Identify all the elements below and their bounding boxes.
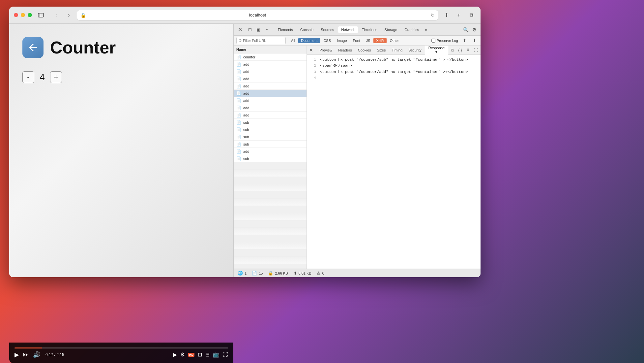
- request-list-item[interactable]: 📄add: [234, 61, 307, 68]
- video-pip-button[interactable]: ⊡: [198, 351, 202, 358]
- request-name: add: [243, 70, 304, 74]
- request-list-item[interactable]: 📄sub: [234, 141, 307, 148]
- type-tab-document[interactable]: Document: [298, 38, 320, 43]
- resp-copy-button[interactable]: ⧉: [449, 47, 455, 53]
- file-icon: 📄: [236, 142, 241, 147]
- sidebar-toggle-button[interactable]: [38, 12, 48, 19]
- tab-overview-button[interactable]: ⧉: [467, 11, 476, 20]
- empty-row: [234, 206, 307, 213]
- type-tab-js[interactable]: JS: [364, 38, 373, 43]
- status-errors: ⚠ 0: [317, 271, 324, 276]
- tab-storage[interactable]: Storage: [381, 26, 401, 33]
- skip-forward-button[interactable]: ⏭: [23, 351, 29, 358]
- request-name: add: [243, 149, 304, 153]
- resp-tab-cookies[interactable]: Cookies: [355, 47, 374, 53]
- devtools-search-button[interactable]: 🔍: [462, 26, 469, 33]
- filter-icon: ⊙: [239, 38, 242, 43]
- request-list-item[interactable]: 📄add: [234, 75, 307, 82]
- shield-icon: 🔒: [80, 13, 86, 18]
- play-button[interactable]: ▶: [15, 351, 19, 358]
- type-tab-all[interactable]: All: [288, 38, 298, 43]
- request-list-item[interactable]: 📄counter: [234, 53, 307, 61]
- response-panel: ✕ Preview Headers Cookies Sizes Timing S…: [307, 46, 481, 269]
- request-list-item[interactable]: 📄sub: [234, 126, 307, 133]
- back-button[interactable]: ‹: [52, 11, 61, 20]
- devtools-panel: ✕ ⊡ ▣ ⌖ Elements Console Sources Network…: [233, 24, 481, 277]
- resp-tab-sizes[interactable]: Sizes: [374, 47, 389, 53]
- video-miniplayer-button[interactable]: ⊟: [205, 351, 210, 358]
- preserve-log-checkbox[interactable]: [431, 39, 435, 43]
- devtools-close-button[interactable]: ✕: [236, 26, 244, 33]
- share-button[interactable]: ⬆: [442, 11, 451, 20]
- request-list-item[interactable]: 📄add: [234, 68, 307, 75]
- tab-elements[interactable]: Elements: [275, 26, 296, 33]
- code-viewer: 1<button hx-post="/counter/sub" hx-targe…: [307, 55, 481, 269]
- tab-network[interactable]: Network: [338, 26, 358, 33]
- response-tabs: ✕ Preview Headers Cookies Sizes Timing S…: [307, 46, 481, 55]
- increment-button[interactable]: +: [50, 71, 62, 83]
- video-fullscreen-button[interactable]: ⛶: [223, 352, 228, 358]
- request-list-item[interactable]: 📄sub: [234, 119, 307, 126]
- reload-icon[interactable]: ↻: [431, 13, 435, 18]
- request-list-item[interactable]: 📄add: [234, 112, 307, 119]
- request-list-item[interactable]: 📄sub: [234, 155, 307, 162]
- type-tab-image[interactable]: Image: [334, 38, 350, 43]
- request-name: sub: [243, 157, 304, 161]
- request-list-item[interactable]: 📄add: [234, 104, 307, 112]
- forward-button[interactable]: ›: [64, 11, 73, 20]
- request-list-item[interactable]: 📄add: [234, 90, 307, 97]
- resp-tab-timing[interactable]: Timing: [389, 47, 405, 53]
- request-list-header: Name: [234, 46, 307, 53]
- resp-tab-security[interactable]: Security: [406, 47, 424, 53]
- devtools-settings-button[interactable]: ⚙: [471, 26, 478, 33]
- video-progress[interactable]: [15, 347, 228, 348]
- request-name: add: [243, 99, 304, 103]
- upload-icon: ⬆: [293, 271, 297, 276]
- files-count: 15: [259, 271, 263, 275]
- new-tab-button[interactable]: +: [454, 11, 463, 20]
- type-tab-font[interactable]: Font: [350, 38, 363, 43]
- video-speed-button[interactable]: ⚙: [180, 351, 185, 358]
- export-button[interactable]: ⬇: [471, 37, 478, 44]
- tab-graphics[interactable]: Graphics: [401, 26, 422, 33]
- size-value: 2.66 KB: [275, 271, 288, 275]
- close-traffic-light[interactable]: [14, 13, 18, 17]
- import-button[interactable]: ⬆: [461, 37, 468, 44]
- devtools-dock-icon[interactable]: ⊡: [246, 26, 253, 33]
- maximize-traffic-light[interactable]: [28, 13, 32, 17]
- response-close-button[interactable]: ✕: [308, 47, 314, 53]
- minimize-traffic-light[interactable]: [21, 13, 25, 17]
- devtools-inspect-icon[interactable]: ⌖: [263, 26, 271, 33]
- preserve-log-label: Preserve Log: [437, 39, 458, 43]
- address-bar[interactable]: 🔒 localhost ↻: [77, 10, 438, 20]
- video-subtitles-button[interactable]: ▶: [173, 351, 177, 358]
- resp-format-button[interactable]: { }: [457, 47, 463, 53]
- browser-window: ‹ › 🔒 localhost ↻ ⬆ + ⧉ Count: [9, 7, 481, 277]
- type-tab-other[interactable]: Other: [387, 38, 402, 43]
- line-code: <span>5</span>: [320, 63, 352, 69]
- request-list-item[interactable]: 📄sub: [234, 133, 307, 141]
- resp-tab-headers[interactable]: Headers: [336, 47, 355, 53]
- devtools-layout-icon[interactable]: ▣: [255, 26, 262, 33]
- decrement-button[interactable]: -: [22, 71, 34, 83]
- video-airplay-button[interactable]: 📺: [213, 351, 220, 358]
- request-list-item[interactable]: 📄add: [234, 82, 307, 90]
- empty-rows-container: [234, 162, 307, 269]
- tab-timelines[interactable]: Timelines: [359, 26, 381, 33]
- volume-button[interactable]: 🔊: [33, 351, 40, 358]
- file-icon: 📄: [236, 149, 241, 154]
- resp-tab-response[interactable]: Response ▾: [425, 46, 448, 55]
- resp-fullscreen-button[interactable]: ⛶: [473, 47, 479, 53]
- request-list-item[interactable]: 📄add: [234, 97, 307, 104]
- filter-input[interactable]: [243, 39, 283, 43]
- request-name: sub: [243, 142, 304, 146]
- tab-more-button[interactable]: »: [423, 26, 429, 33]
- tab-sources[interactable]: Sources: [317, 26, 337, 33]
- status-size: 🔒 2.66 KB: [268, 271, 288, 276]
- resp-tab-preview[interactable]: Preview: [317, 47, 335, 53]
- type-tab-css[interactable]: CSS: [321, 38, 334, 43]
- resp-download-button[interactable]: ⬇: [465, 47, 471, 53]
- tab-console[interactable]: Console: [297, 26, 317, 33]
- type-tab-xhr[interactable]: XHR: [373, 38, 386, 43]
- request-list-item[interactable]: 📄add: [234, 148, 307, 155]
